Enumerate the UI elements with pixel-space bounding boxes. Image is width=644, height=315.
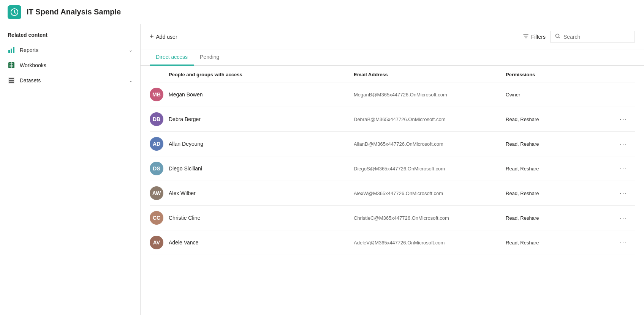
avatar-initials: DS <box>153 165 160 172</box>
bar-chart-icon <box>8 46 15 54</box>
perm-cell: Read, Reshare <box>506 141 612 147</box>
svg-rect-3 <box>13 47 14 53</box>
svg-rect-8 <box>9 82 14 83</box>
table-row: AW Alex Wilber AlexW@M365x447726.OnMicro… <box>150 181 635 206</box>
sidebar-item-workbooks-label: Workbooks <box>20 62 133 68</box>
email-cell: ChristieC@M365x447726.OnMicrosoft.com <box>354 215 506 221</box>
app-title: IT Spend Analysis Sample <box>27 8 121 16</box>
svg-rect-2 <box>11 49 12 53</box>
tab-direct-access[interactable]: Direct access <box>150 49 194 66</box>
plus-icon: + <box>150 33 154 41</box>
person-cell: DB Debra Berger <box>150 112 354 126</box>
add-user-button[interactable]: + Add user <box>150 30 177 43</box>
email-cell: AlexW@M365x447726.OnMicrosoft.com <box>354 191 506 196</box>
person-cell: AW Alex Wilber <box>150 186 354 200</box>
avatar-initials: AD <box>153 141 160 147</box>
avatar-initials: MB <box>152 91 161 98</box>
avatar-initials: AW <box>152 190 161 196</box>
table-row: DB Debra Berger DebraB@M365x447726.OnMic… <box>150 107 635 132</box>
avatar: CC <box>150 211 163 225</box>
perm-cell: Read, Reshare <box>506 215 612 221</box>
search-input[interactable] <box>563 34 630 40</box>
chevron-down-icon: ⌄ <box>129 47 133 53</box>
table-row: AD Allan Deyoung AllanD@M365x447726.OnMi… <box>150 132 635 156</box>
person-cell: MB Megan Bowen <box>150 88 354 101</box>
email-cell: DebraB@M365x447726.OnMicrosoft.com <box>354 117 506 122</box>
person-name: Adele Vance <box>169 239 198 246</box>
email-cell: DiegoS@M365x447726.OnMicrosoft.com <box>354 166 506 172</box>
svg-rect-6 <box>9 78 14 79</box>
avatar: AV <box>150 236 163 249</box>
more-actions-button[interactable]: ··· <box>612 214 635 222</box>
more-actions-button[interactable]: ··· <box>612 140 635 148</box>
perm-cell: Read, Reshare <box>506 166 612 172</box>
avatar-initials: AV <box>153 239 160 246</box>
table-row: CC Christie Cline ChristieC@M365x447726.… <box>150 206 635 230</box>
sidebar-item-reports-label: Reports <box>20 47 129 53</box>
col-header-people: People and groups with access <box>150 72 354 77</box>
filter-icon <box>523 33 529 40</box>
avatar-initials: DB <box>153 116 160 122</box>
table-header: People and groups with access Email Addr… <box>150 66 635 82</box>
tabs-container: Direct access Pending <box>141 49 644 66</box>
person-name: Diego Siciliani <box>169 165 202 172</box>
perm-cell: Read, Reshare <box>506 191 612 196</box>
toolbar: + Add user Filters <box>141 24 644 49</box>
perm-cell: Read, Reshare <box>506 117 612 122</box>
chevron-down-icon-datasets: ⌄ <box>129 78 133 83</box>
tab-pending[interactable]: Pending <box>194 49 225 66</box>
person-cell: AD Allan Deyoung <box>150 137 354 151</box>
perm-cell: Read, Reshare <box>506 240 612 246</box>
search-icon <box>555 33 560 40</box>
email-cell: AdeleV@M365x447726.OnMicrosoft.com <box>354 240 506 246</box>
svg-rect-7 <box>9 80 14 81</box>
person-name: Allan Deyoung <box>169 141 203 147</box>
person-name: Debra Berger <box>169 116 201 122</box>
table-row: DS Diego Siciliani DiegoS@M365x447726.On… <box>150 156 635 181</box>
users-table: People and groups with access Email Addr… <box>141 66 644 255</box>
more-actions-button[interactable]: ··· <box>612 239 635 247</box>
header: IT Spend Analysis Sample <box>0 0 644 24</box>
person-cell: CC Christie Cline <box>150 211 354 225</box>
sidebar: Related content Reports ⌄ <box>0 24 141 315</box>
col-header-permissions: Permissions <box>506 72 612 77</box>
person-cell: AV Adele Vance <box>150 236 354 249</box>
more-actions-button[interactable]: ··· <box>612 165 635 173</box>
filters-label: Filters <box>531 34 546 40</box>
person-name: Megan Bowen <box>169 91 203 98</box>
person-cell: DS Diego Siciliani <box>150 162 354 175</box>
more-actions-button[interactable]: ··· <box>612 189 635 197</box>
search-container <box>550 31 635 43</box>
avatar: AD <box>150 137 163 151</box>
add-user-label: Add user <box>156 34 177 40</box>
avatar: DB <box>150 112 163 126</box>
email-cell: AllanD@M365x447726.OnMicrosoft.com <box>354 141 506 147</box>
person-name: Christie Cline <box>169 215 200 221</box>
avatar: MB <box>150 88 163 101</box>
col-header-email: Email Address <box>354 72 506 77</box>
sidebar-item-datasets[interactable]: Datasets ⌄ <box>0 73 140 88</box>
content-area: + Add user Filters <box>141 24 644 315</box>
table-row: MB Megan Bowen MeganB@M365x447726.OnMicr… <box>150 82 635 107</box>
avatar: AW <box>150 186 163 200</box>
email-cell: MeganB@M365x447726.OnMicrosoft.com <box>354 92 506 98</box>
excel-icon <box>8 61 15 69</box>
app-container: IT Spend Analysis Sample Related content… <box>0 0 644 315</box>
avatar-initials: CC <box>153 215 160 221</box>
sidebar-item-reports[interactable]: Reports ⌄ <box>0 43 140 58</box>
person-name: Alex Wilber <box>169 190 196 196</box>
sidebar-item-workbooks[interactable]: Workbooks <box>0 58 140 73</box>
main-layout: Related content Reports ⌄ <box>0 24 644 315</box>
sidebar-section-title: Related content <box>0 32 140 43</box>
app-icon <box>8 5 21 19</box>
avatar: DS <box>150 162 163 175</box>
more-actions-button[interactable]: ··· <box>612 115 635 123</box>
dataset-icon <box>8 77 15 84</box>
col-header-actions <box>612 72 635 77</box>
table-row: AV Adele Vance AdeleV@M365x447726.OnMicr… <box>150 230 635 255</box>
sidebar-item-datasets-label: Datasets <box>20 77 129 83</box>
filters-button[interactable]: Filters <box>518 31 550 43</box>
perm-cell: Owner <box>506 92 612 98</box>
svg-rect-1 <box>8 50 10 53</box>
